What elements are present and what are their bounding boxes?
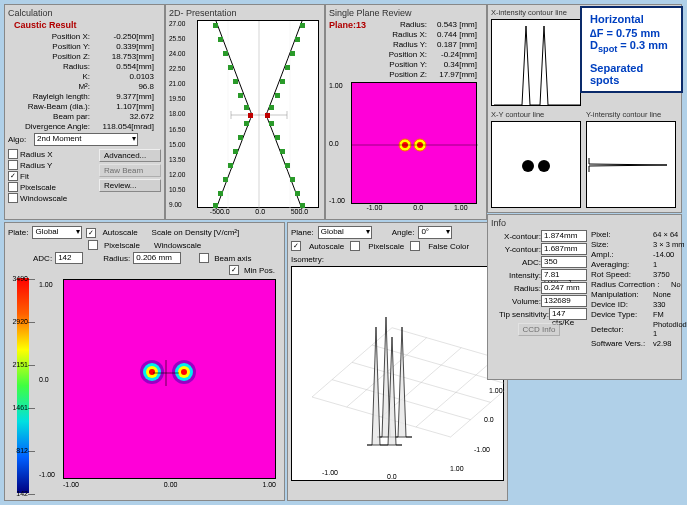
- calc-lbl: Rayleigh length:: [12, 92, 90, 101]
- svg-rect-24: [233, 149, 238, 154]
- svg-rect-29: [290, 177, 295, 182]
- single-val: -0.24[mm]: [427, 50, 479, 59]
- calc-val: 0.339[mm]: [90, 42, 156, 51]
- svg-point-42: [538, 160, 550, 172]
- xtick: 0.0: [413, 204, 423, 211]
- radiusy-check[interactable]: [8, 160, 18, 170]
- svg-rect-21: [269, 121, 274, 126]
- ytick: 0.0: [39, 376, 61, 383]
- info-rlbl: Manipulation:: [591, 290, 653, 299]
- info-lbl: Tip sensitivity:: [491, 310, 549, 319]
- info-rval: Photodiod 1: [653, 320, 687, 338]
- info-rval: 64 × 64: [653, 230, 678, 239]
- info-val: 132689: [541, 295, 587, 307]
- pixelscale-check[interactable]: [8, 182, 18, 192]
- single-val: 0.34[mm]: [427, 60, 479, 69]
- iso-ytick: -1.00: [474, 446, 490, 453]
- autoscale-lbl2: Autoscale: [309, 242, 344, 251]
- svg-rect-19: [269, 105, 274, 110]
- svg-rect-31: [295, 191, 300, 196]
- iso-xtick: -1.00: [322, 469, 338, 476]
- fit-label: Fit: [20, 172, 29, 181]
- ytick: 27.00: [169, 20, 197, 27]
- xtick: 0.0: [255, 208, 265, 215]
- svg-rect-6: [213, 23, 218, 28]
- pixelscale-check2[interactable]: [88, 240, 98, 250]
- annot-l3a: D: [590, 39, 598, 51]
- presentation-plot: [197, 20, 319, 208]
- svg-rect-27: [285, 163, 290, 168]
- single-lbl: Position Y:: [379, 60, 427, 69]
- svg-rect-20: [244, 121, 249, 126]
- angle-dropdown[interactable]: 0°: [418, 226, 452, 239]
- presentation-title: 2D- Presentation: [169, 8, 321, 18]
- pixelscale-check3[interactable]: [350, 241, 360, 251]
- info-rval: No: [671, 280, 681, 289]
- review-button[interactable]: Review...: [99, 179, 161, 192]
- advanced-button[interactable]: Advanced...: [99, 149, 161, 162]
- single-val: 17.97[mm]: [427, 70, 479, 79]
- annotation-box: Horizontal ∆F = 0.75 mm Dspot = 0.3 mm S…: [580, 6, 683, 93]
- radiusx-check[interactable]: [8, 149, 18, 159]
- radius-value[interactable]: 0.206 mm: [133, 252, 181, 264]
- info-lbl: X-contour:: [491, 232, 541, 241]
- plane-label2: Plane:: [291, 228, 314, 237]
- ytick: 19.50: [169, 95, 197, 102]
- info-rval: FM: [653, 310, 664, 319]
- adc-value[interactable]: 142: [55, 252, 83, 264]
- ccd-info-button: CCD Info: [518, 323, 561, 336]
- y-profile-title: Y-intensity contour line: [586, 110, 678, 119]
- svg-rect-35: [265, 113, 270, 118]
- algo-dropdown[interactable]: 2nd Moment: [34, 133, 138, 146]
- plane-label: Plane:13: [329, 20, 379, 80]
- calculation-title: Calculation: [8, 8, 161, 18]
- angle-label: Angle:: [392, 228, 415, 237]
- info-rlbl: Device Type:: [591, 310, 653, 319]
- beamaxis-check[interactable]: [199, 253, 209, 263]
- algo-label: Algo:: [8, 135, 34, 144]
- xtick: -500.0: [210, 208, 230, 215]
- svg-rect-18: [244, 105, 249, 110]
- calc-lbl: M²:: [12, 82, 90, 91]
- presentation-yticks: 27.00 25.50 24.00 22.50 21.00 19.50 18.0…: [169, 20, 197, 208]
- iso-label: Isometry:: [291, 255, 504, 264]
- info-val: 7.81 kW/cm²: [541, 269, 587, 281]
- autoscale-check[interactable]: [86, 228, 96, 238]
- xtick: 1.00: [262, 481, 276, 488]
- autoscale-check2[interactable]: [291, 241, 301, 251]
- single-plane-plot: [351, 82, 477, 204]
- iso-xtick: 1.00: [450, 465, 464, 472]
- minpos-check[interactable]: [229, 265, 239, 275]
- svg-rect-33: [300, 203, 305, 208]
- scale-density-lbl: Scale on Density [V/cm²]: [152, 228, 240, 237]
- svg-rect-34: [248, 113, 253, 118]
- ytick: -1.00: [39, 471, 61, 478]
- x-profile-title: X-intensity contour line: [491, 8, 583, 17]
- calc-rows: Position X:-0.250[mm] Position Y:0.339[m…: [8, 32, 161, 131]
- xy-profile-plot: [491, 121, 581, 208]
- info-lbl: Radius:: [491, 284, 541, 293]
- windowscale-check[interactable]: [8, 193, 18, 203]
- svg-rect-14: [233, 79, 238, 84]
- plate-dropdown[interactable]: Global: [32, 226, 82, 239]
- single-lbl: Radius X:: [379, 30, 427, 39]
- info-val: 1.874mm: [541, 230, 587, 242]
- caustic-result-label: Caustic Result: [14, 20, 161, 30]
- calc-lbl: Raw-Beam (dia.):: [12, 102, 90, 111]
- plane-dropdown[interactable]: Global: [318, 226, 372, 239]
- single-val: 0.187 [mm]: [427, 40, 479, 49]
- isometry-plot: -1.00 0.0 1.00 -1.00 0.0 1.00: [291, 266, 504, 481]
- falsecolor-check[interactable]: [410, 241, 420, 251]
- calc-lbl: K:: [12, 72, 90, 81]
- info-rval: None: [653, 290, 671, 299]
- svg-rect-32: [213, 203, 218, 208]
- info-rlbl: Rot Speed:: [591, 270, 653, 279]
- single-val: 0.744 [mm]: [427, 30, 479, 39]
- annot-l3sub: spot: [598, 44, 617, 54]
- windowscale-label: Windowscale: [20, 194, 67, 203]
- svg-point-46: [149, 369, 155, 375]
- ytick: 25.50: [169, 35, 197, 42]
- xtick: 500.0: [291, 208, 309, 215]
- calc-lbl: Position Z:: [12, 52, 90, 61]
- fit-check[interactable]: [8, 171, 18, 181]
